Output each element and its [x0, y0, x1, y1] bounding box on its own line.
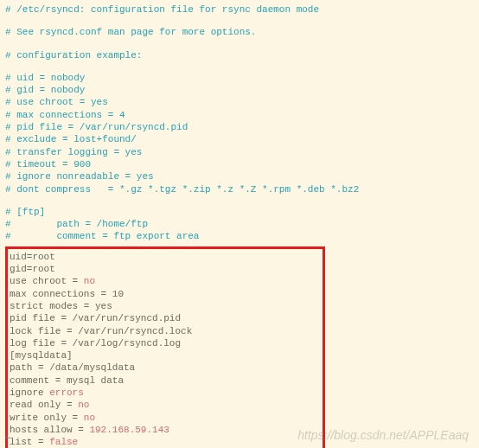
- config-line-lock-file: lock file = /var/run/rsyncd.lock: [10, 325, 321, 337]
- comment-line: # ignore nonreadable = yes: [5, 170, 474, 182]
- comment-line: # See rsyncd.conf man page for more opti…: [5, 26, 474, 38]
- config-key: list =: [10, 437, 49, 447]
- config-value: no: [84, 276, 95, 286]
- comment-line: # [ftp]: [5, 206, 474, 218]
- active-config-block: uid=root gid=root use chroot = no max co…: [5, 246, 325, 448]
- comment-line: # uid = nobody: [5, 72, 474, 84]
- config-value: no: [84, 413, 95, 423]
- vim-tilde: ~: [5, 432, 11, 445]
- config-line-gid: gid=root: [10, 263, 321, 275]
- config-key: hosts allow =: [10, 425, 89, 435]
- config-line-path: path = /data/mysqldata: [10, 362, 321, 374]
- config-line-read-only: read only = no: [10, 399, 321, 411]
- comment-line: # exclude = lost+found/: [5, 133, 474, 145]
- config-value: errors: [49, 387, 84, 398]
- config-line-max-connections: max connections = 10: [10, 288, 321, 300]
- comment-line: # path = /home/ftp: [5, 218, 474, 230]
- config-key: use chroot =: [10, 276, 84, 286]
- config-line-use-chroot: use chroot = no: [10, 275, 321, 287]
- config-line-comment: comment = mysql data: [10, 374, 321, 387]
- comment-line: # comment = ftp export area: [5, 230, 474, 242]
- config-line-log-file: log file = /var/log/rsyncd.log: [10, 337, 321, 349]
- comment-line: # transfer logging = yes: [5, 146, 474, 158]
- comment-line: # use chroot = yes: [5, 96, 474, 108]
- blank-line: [5, 61, 474, 72]
- comment-line: # configuration example:: [5, 49, 474, 61]
- comment-line: # gid = nobody: [5, 84, 474, 96]
- comment-line: # /etc/rsyncd: configuration file for rs…: [5, 3, 474, 16]
- config-line-write-only: write only = no: [10, 412, 321, 424]
- config-value-ip: 192.168.59.143: [89, 425, 169, 435]
- config-line-strict-modes: strict modes = yes: [10, 300, 321, 312]
- comment-line: # pid file = /var/run/rsyncd.pid: [5, 121, 474, 133]
- config-file-view: # /etc/rsyncd: configuration file for rs…: [5, 3, 474, 448]
- comment-line: # timeout = 900: [5, 158, 474, 170]
- config-value: no: [78, 400, 89, 410]
- config-line-uid: uid=root: [10, 251, 321, 263]
- config-section-mysqldata: [mysqldata]: [10, 349, 321, 362]
- blank-line: [5, 39, 474, 49]
- config-line-ignore-errors: ignore errors: [10, 387, 321, 399]
- config-key: read only =: [10, 400, 78, 410]
- config-value: false: [49, 437, 78, 447]
- config-line-hosts-allow: hosts allow = 192.168.59.143: [10, 424, 321, 436]
- config-line-pid-file: pid file = /var/run/rsyncd.pid: [10, 312, 321, 324]
- config-key: ignore: [10, 387, 49, 398]
- comment-line: # dont compress = *.gz *.tgz *.zip *.z *…: [5, 183, 474, 195]
- blank-line: [5, 16, 474, 26]
- config-key: write only =: [10, 413, 84, 423]
- config-line-list: list = false: [10, 436, 321, 448]
- comment-line: # max connections = 4: [5, 109, 474, 121]
- blank-line: [5, 195, 474, 206]
